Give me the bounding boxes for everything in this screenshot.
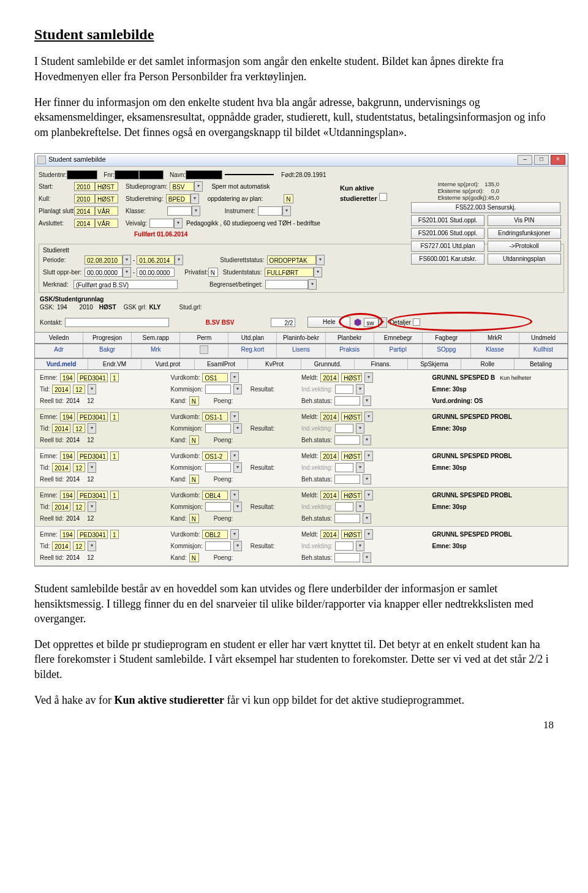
kull-sem[interactable]: HØST — [95, 194, 118, 203]
page-number: 18 — [34, 718, 554, 733]
planslutt-sem[interactable]: VÅR — [95, 206, 118, 216]
merknad-field[interactable]: (Fullført grad B.SV) — [74, 280, 178, 289]
btn-endringsfunksjoner[interactable]: Endringsfunksjoner — [488, 228, 561, 239]
calendar-icon[interactable]: ▾ — [123, 267, 131, 277]
tab-praksis[interactable]: Praksis — [326, 344, 374, 358]
fullfort-red-text: Fullført 01.06.2014 — [134, 230, 187, 239]
kun-aktive-box: Kun aktive studieretter — [340, 184, 406, 203]
app-window: Student samlebilde – □ × Studentnr: Fnr:… — [34, 153, 568, 567]
start-sem[interactable]: HØST — [95, 182, 118, 191]
fnr2-field[interactable] — [139, 170, 164, 179]
tab-lisens[interactable]: Lisens — [277, 344, 325, 358]
record-row: Emne:194PED30411 Vurdkomb:OBL2▾ Meldt:20… — [35, 527, 568, 566]
dropdown-icon[interactable]: ▾ — [282, 206, 291, 216]
kun-aktive-checkbox[interactable] — [379, 193, 387, 201]
studieretn-field[interactable]: BPED — [166, 194, 190, 203]
tab-partipl[interactable]: Partipl — [374, 344, 423, 358]
slutt-from[interactable]: 00.00.0000 — [85, 268, 123, 277]
navn-field[interactable] — [186, 170, 222, 179]
tab-adr[interactable]: Adr — [35, 344, 83, 358]
tab-bakgr[interactable]: Bakgr — [83, 344, 132, 358]
tab-vurd-meld[interactable]: Vurd.meld — [35, 359, 88, 370]
periode-from[interactable]: 02.08.2010 — [85, 255, 123, 265]
hele-button[interactable]: Hele — [307, 317, 350, 328]
btn-karutskr[interactable]: FS600.001 Kar.utskr. — [411, 254, 484, 265]
record-row: Emne:194PED30411 Vurdkomb:OS1-2▾ Meldt:2… — [35, 448, 568, 488]
tab-kullhist[interactable]: Kullhist — [519, 344, 568, 358]
calendar-icon[interactable]: ▾ — [175, 255, 183, 265]
periode-to[interactable]: 01.06.2014 — [137, 255, 175, 265]
dropdown-icon[interactable]: ▾ — [314, 267, 322, 277]
gsk-title: GSK/Studentgrunnlag — [40, 296, 104, 303]
btn-utdanningsplan[interactable]: Utdanningsplan — [488, 254, 561, 265]
privatist-field[interactable]: N — [208, 268, 218, 277]
tab-finans-[interactable]: Finans. — [355, 359, 408, 370]
tab-soppg[interactable]: SOppg — [423, 344, 471, 358]
maximize-button[interactable]: □ — [534, 155, 549, 165]
tab-progresjon[interactable]: Progresjon — [83, 333, 132, 344]
detaljer-checkbox[interactable] — [413, 318, 420, 326]
veivalg-code[interactable] — [149, 219, 174, 228]
dropdown-icon[interactable]: ▾ — [316, 255, 325, 265]
tab-reg-kort[interactable]: Reg.kort — [228, 344, 277, 358]
tab-planinfo-bekr[interactable]: Planinfo-bekr — [277, 333, 325, 344]
btn-protokoll[interactable]: ->Protokoll — [488, 241, 561, 252]
tab-grunnutd-[interactable]: Grunnutd. — [301, 359, 355, 370]
tab-mrk[interactable]: Mrk — [132, 344, 180, 358]
close-button[interactable]: × — [551, 155, 565, 165]
tab-sem-rapp[interactable]: Sem.rapp — [132, 333, 180, 344]
sperr-field[interactable]: N — [284, 194, 293, 203]
dropdown-icon[interactable]: ▾ — [308, 279, 317, 290]
tab-endr-vm[interactable]: Endr.VM — [88, 359, 141, 370]
kull-year[interactable]: 2010 — [74, 194, 95, 203]
tab-undmeld[interactable]: Undmeld — [519, 333, 568, 344]
tab-fagbegr[interactable]: Fagbegr — [423, 333, 471, 344]
slutt-to[interactable]: 00.00.0000 — [137, 268, 175, 277]
avsluttet-year[interactable]: 2014 — [74, 219, 95, 228]
tab-row-2: AdrBakgrMrkReg.kortLisensPraksisPartiplS… — [35, 344, 568, 358]
tab-planbekr[interactable]: Planbekr — [326, 333, 374, 344]
calendar-icon[interactable]: ▾ — [123, 255, 131, 265]
klasse-field[interactable] — [167, 206, 192, 216]
start-year[interactable]: 2010 — [74, 182, 95, 191]
tab-veiledn[interactable]: Veiledn — [35, 333, 83, 344]
btn-studoppl-1[interactable]: FS201.001 Stud.oppl. — [411, 215, 484, 226]
begrenset-field[interactable] — [265, 280, 308, 289]
tab-icon — [200, 345, 208, 354]
btn-vis-pin[interactable]: Vis PIN — [488, 215, 561, 226]
instrument-field[interactable] — [258, 206, 282, 216]
fnr1-field[interactable] — [115, 170, 139, 179]
tab-klasse[interactable]: Klasse — [471, 344, 519, 358]
tab-vurd-prot[interactable]: Vurd.prot — [141, 359, 195, 370]
srstatus-field[interactable]: ORDOPPTAK — [267, 255, 316, 265]
planslutt-year[interactable]: 2014 — [74, 206, 95, 216]
tab-emnebegr[interactable]: Emnebegr — [374, 333, 423, 344]
tab-betaling[interactable]: Betaling — [514, 359, 568, 370]
studentstatus-field[interactable]: FULLFØRT — [265, 268, 314, 277]
tab-spskjema[interactable]: SpSkjema — [408, 359, 461, 370]
window-title: Student samlebilde — [48, 155, 106, 164]
btn-studoppl-6[interactable]: FS201.006 Stud.oppl. — [411, 228, 484, 239]
veivalg-label: Veivalg: — [126, 219, 147, 228]
tab-utd-plan[interactable]: Utd.plan — [228, 333, 277, 344]
dropdown-icon[interactable]: ▾ — [174, 218, 183, 228]
btn-sensurskj[interactable]: FS522.003 Sensurskj. — [411, 202, 560, 213]
avsluttet-sem[interactable]: VÅR — [95, 219, 118, 228]
tab-icon[interactable] — [180, 344, 228, 358]
dropdown-icon[interactable]: ▾ — [190, 194, 199, 204]
tab-kvprot[interactable]: KvProt — [248, 359, 301, 370]
tab-esamlprot[interactable]: EsamlProt — [195, 359, 248, 370]
studentnr-field[interactable] — [67, 170, 97, 179]
sw-field[interactable]: sw — [364, 318, 379, 327]
studieprog-field[interactable]: BSV — [170, 182, 194, 191]
kontakt-field[interactable] — [65, 318, 169, 327]
dropdown-icon[interactable]: ▾ — [379, 317, 387, 328]
tab-rolle[interactable]: Rolle — [461, 359, 514, 370]
gsk-sem: HØST — [99, 303, 116, 312]
btn-utdplan[interactable]: FS727.001 Utd.plan — [411, 241, 484, 252]
dropdown-icon[interactable]: ▾ — [194, 181, 203, 192]
minimize-button[interactable]: – — [518, 155, 532, 165]
tab-perm[interactable]: Perm — [180, 333, 228, 344]
dropdown-icon[interactable]: ▾ — [192, 206, 200, 216]
tab-mrkr[interactable]: MrkR — [471, 333, 519, 344]
